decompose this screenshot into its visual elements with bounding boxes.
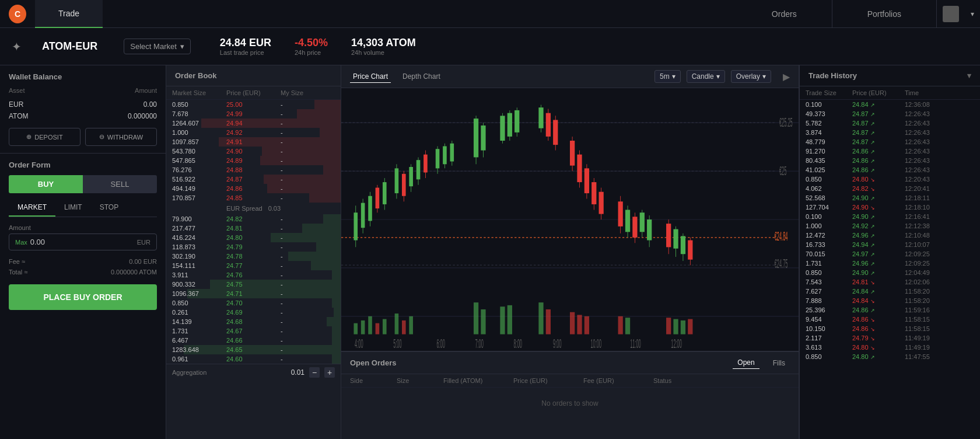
trade-history-row: 2.117 24.79 ↘ 11:49:19 (800, 333, 980, 343)
aggregation-decrease-button[interactable]: − (309, 367, 320, 378)
th-trade-size: 127.704 (806, 204, 852, 211)
app-logo[interactable]: C (0, 5, 35, 23)
stop-tab[interactable]: STOP (91, 199, 127, 217)
ob-market-size: 79.900 (172, 215, 226, 222)
avatar[interactable] (943, 6, 959, 22)
balance-amount-eur: 0.00 (144, 100, 157, 109)
center-right-layout: Order Book Market Size Price (EUR) My Si… (166, 65, 980, 439)
overlay-label: Overlay (736, 72, 760, 81)
order-book-footer: Aggregation 0.01 − + (166, 364, 341, 381)
overlay-select[interactable]: Overlay ▾ (731, 70, 771, 83)
chart-orders-panel: Price Chart Depth Chart 5m ▾ Candle ▾ Ov… (341, 65, 799, 439)
ob-price: 24.71 (226, 290, 281, 297)
th-price: 24.87 ↗ (852, 129, 905, 136)
withdraw-button[interactable]: ⊖ WITHDRAW (85, 128, 157, 146)
chevron-down-icon: ▾ (180, 42, 184, 51)
sell-order-row[interactable]: 494.149 24.86 - (166, 184, 341, 193)
ob-market-size: 76.276 (172, 166, 226, 173)
trade-history-row: 7.543 24.81 ↘ 12:02:06 (800, 277, 980, 287)
select-market-button[interactable]: Select Market ▾ (124, 39, 190, 54)
buy-order-row[interactable]: 0.261 24.69 - (166, 308, 341, 317)
buy-order-row[interactable]: 1283.648 24.65 - (166, 345, 341, 354)
svg-text:11:00: 11:00 (630, 337, 641, 351)
svg-text:5:00: 5:00 (393, 337, 402, 351)
sell-order-row[interactable]: 1097.857 24.91 - (166, 137, 341, 147)
ob-market-size-header: Market Size (172, 89, 226, 96)
buy-order-row[interactable]: 3.911 24.76 - (166, 270, 341, 280)
sell-order-row[interactable]: 1.000 24.92 - (166, 128, 341, 137)
aggregation-controls: 0.01 − + (291, 367, 335, 378)
buy-order-row[interactable]: 14.139 24.68 - (166, 317, 341, 326)
svg-rect-86 (376, 323, 380, 335)
ob-market-size: 1264.607 (172, 120, 226, 127)
ob-price: 24.99 (226, 110, 281, 117)
buy-order-row[interactable]: 1.731 24.67 - (166, 326, 341, 336)
balance-table: Asset Amount EUR 0.00 ATOM 0.000000 (9, 87, 157, 122)
svg-rect-50 (538, 107, 543, 128)
sell-tab[interactable]: SELL (83, 175, 157, 193)
buy-order-row[interactable]: 0.850 24.70 - (166, 298, 341, 308)
ob-market-size: 1.731 (172, 327, 226, 335)
sell-order-row[interactable]: 170.857 24.85 - (166, 193, 341, 203)
nav-orders-link[interactable]: Orders (737, 0, 832, 28)
balance-row-atom: ATOM 0.000000 (9, 110, 157, 122)
sell-order-row[interactable]: 547.865 24.89 - (166, 156, 341, 165)
order-book-section: Order Book Market Size Price (EUR) My Si… (166, 65, 341, 439)
svg-rect-64 (599, 192, 604, 214)
buy-orders-list: 79.900 24.82 - 217.477 24.81 - 416.224 2… (166, 214, 341, 364)
sell-order-row[interactable]: 76.276 24.88 - (166, 165, 341, 175)
sell-order-row[interactable]: 0.850 25.00 - (166, 100, 341, 109)
candle-type-select[interactable]: Candle ▾ (687, 70, 725, 83)
buy-order-row[interactable]: 217.477 24.81 - (166, 224, 341, 233)
svg-text:€24.75: €24.75 (775, 257, 788, 270)
svg-rect-58 (577, 155, 582, 182)
open-orders-open-tab[interactable]: Open (733, 357, 759, 369)
depth-chart-tab[interactable]: Depth Chart (400, 71, 443, 83)
th-trade-size: 4.062 (806, 185, 852, 192)
svg-text:8:00: 8:00 (513, 337, 522, 351)
user-menu-dropdown[interactable]: ▾ (965, 10, 980, 18)
ob-market-size: 217.477 (172, 225, 226, 232)
market-tab[interactable]: MARKET (9, 199, 55, 217)
buy-order-row[interactable]: 302.190 24.78 - (166, 252, 341, 261)
place-order-button[interactable]: PLACE BUY ORDER (9, 284, 157, 310)
buy-order-row[interactable]: 79.900 24.82 - (166, 214, 341, 224)
max-link[interactable]: Max (15, 239, 27, 246)
nav-trade-button[interactable]: Trade (35, 0, 103, 28)
svg-text:6:00: 6:00 (436, 337, 445, 351)
buy-order-row[interactable]: 416.224 24.80 - (166, 233, 341, 242)
deposit-button[interactable]: ⊕ DEPOSIT (9, 128, 80, 146)
chart-play-button[interactable]: ▶ (783, 71, 790, 82)
sell-order-row[interactable]: 543.780 24.90 - (166, 147, 341, 156)
amount-input[interactable] (30, 238, 137, 246)
buy-order-row[interactable]: 6.467 24.66 - (166, 336, 341, 345)
order-form-section: Order Form BUY SELL MARKET LIMIT STOP Am… (0, 154, 166, 439)
last-trade-block: 24.84 EUR Last trade price (220, 37, 271, 56)
th-price-header: Price (EUR) (852, 89, 905, 96)
price-change-block: -4.50% 24h price (295, 37, 328, 56)
sell-order-row[interactable]: 7.678 24.99 - (166, 109, 341, 119)
th-trade-size: 5.782 (806, 120, 852, 127)
price-chart-tab[interactable]: Price Chart (350, 71, 391, 83)
sell-order-row[interactable]: 516.922 24.87 - (166, 175, 341, 184)
buy-order-row[interactable]: 0.961 24.60 - (166, 354, 341, 364)
buy-tab[interactable]: BUY (9, 175, 83, 193)
candle-type-value: Candle (692, 72, 714, 81)
th-price: 24.96 ↗ (852, 232, 905, 239)
nav-portfolios-link[interactable]: Portfolios (832, 0, 937, 28)
timeframe-select[interactable]: 5m ▾ (654, 70, 681, 83)
aggregation-increase-button[interactable]: + (324, 367, 335, 378)
trade-history-chevron-icon[interactable]: ▾ (967, 71, 971, 80)
ob-price: 24.60 (226, 356, 281, 363)
buy-order-row[interactable]: 900.332 24.75 - (166, 280, 341, 289)
buy-order-row[interactable]: 154.111 24.77 - (166, 261, 341, 270)
svg-rect-18 (368, 196, 372, 221)
buy-order-row[interactable]: 118.873 24.79 - (166, 242, 341, 252)
trade-history-row: 80.435 24.86 ↗ 12:26:43 (800, 156, 980, 165)
sell-order-row[interactable]: 1264.607 24.94 - (166, 119, 341, 128)
fee-value: 0.00 EUR (129, 258, 157, 265)
buy-order-row[interactable]: 1096.367 24.71 - (166, 289, 341, 298)
limit-tab[interactable]: LIMIT (55, 199, 91, 217)
open-orders-fills-tab[interactable]: Fills (768, 357, 790, 369)
ob-my-size: - (281, 110, 335, 117)
